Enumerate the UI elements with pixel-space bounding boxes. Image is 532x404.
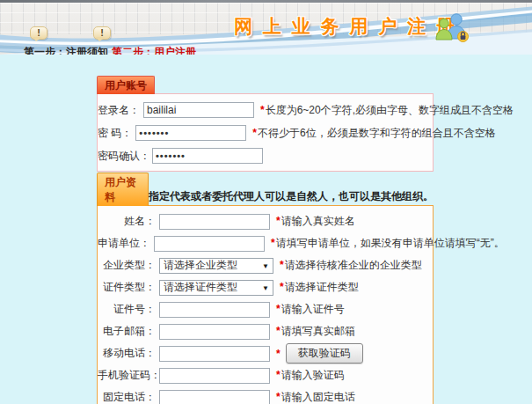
- certificate-type-hint: *请选择证件类型: [280, 280, 359, 295]
- required-star: *: [276, 215, 281, 227]
- email-row: 电子邮箱： *请填写真实邮箱: [98, 320, 433, 342]
- step-2-user-registration[interactable]: 第二步：用户注册: [112, 45, 196, 55]
- chevron-down-icon: ▼: [262, 284, 269, 293]
- required-star: *: [276, 325, 281, 337]
- hint-text: 请输入验证码: [281, 369, 345, 381]
- hint-text: 请选择证件类型: [285, 281, 359, 293]
- select-value: 请选择证件类型: [164, 280, 237, 295]
- chevron-down-icon: ▼: [262, 262, 269, 271]
- mobile-phone-row: 移动电话： * 获取验证码: [98, 342, 433, 364]
- landline-input[interactable]: [159, 390, 270, 404]
- get-verification-code-button[interactable]: 获取验证码: [286, 343, 363, 364]
- name-hint: *请输入真实姓名: [276, 214, 355, 229]
- sms-code-hint: *请输入验证码: [276, 368, 345, 383]
- name-input[interactable]: [159, 214, 270, 230]
- required-star: *: [271, 237, 275, 249]
- alert-bubble-icon: !: [93, 26, 111, 40]
- hint-text: 请输入固定电话: [281, 391, 355, 403]
- certificate-number-label: 证件号：: [98, 302, 156, 317]
- hint-text: 请填写真实邮箱: [281, 325, 355, 337]
- mobile-phone-required: *: [276, 348, 281, 360]
- password-row: 密 码： *不得少于6位，必须是数字和字符的组合且不含空格: [98, 121, 433, 144]
- enterprise-type-hint: *请选择待核准企业的企业类型: [280, 258, 422, 273]
- password-confirm-input[interactable]: [152, 148, 263, 164]
- enterprise-type-row: 企业类型： 请选择企业类型 ▼ *请选择待核准企业的企业类型: [98, 254, 433, 276]
- select-value: 请选择企业类型: [164, 258, 237, 273]
- profile-tab-row: 用户资料 指定代表或者委托代理人可以是自然人，也可以是其他组织。: [97, 173, 434, 206]
- step-1-registration-notice[interactable]: 第一步：注册须知: [24, 45, 108, 55]
- user-account-section: 用户账号 登录名： *长度为6~20个字符,必须由字母、数字组成且不含空格 密 …: [97, 76, 434, 172]
- hint-text: 长度为6~20个字符,必须由字母、数字组成且不含空格: [266, 104, 514, 116]
- email-hint: *请填写真实邮箱: [276, 324, 355, 339]
- login-name-input[interactable]: [143, 102, 254, 118]
- landline-label: 固定电话：: [98, 390, 156, 404]
- name-row: 姓名： *请输入真实姓名: [98, 210, 433, 232]
- profile-section-note: 指定代表或者委托代理人可以是自然人，也可以是其他组织。: [149, 189, 434, 206]
- page: 网 上 业 务 用 户 注 册 ! ! 第一步：注册须知 第二步：用户注册 用户…: [0, 0, 532, 404]
- landline-hint: *请输入固定电话: [276, 390, 355, 404]
- tab-user-account: 用户账号: [97, 76, 155, 94]
- required-star: *: [276, 369, 281, 381]
- password-confirm-label: 密码确认：: [98, 149, 149, 164]
- hint-text: 不得少于6位，必须是数字和字符的组合且不含空格: [258, 127, 496, 139]
- required-star: *: [276, 303, 281, 315]
- user-profile-panel: 姓名： *请输入真实姓名 申请单位： *请填写申请单位，如果没有申请单位请填写“…: [97, 205, 434, 404]
- password-input[interactable]: [135, 125, 246, 141]
- required-star: *: [280, 281, 284, 293]
- email-input[interactable]: [159, 324, 270, 340]
- required-star: *: [280, 259, 284, 271]
- alert-bubble-icon: !: [30, 26, 47, 40]
- required-star: *: [252, 127, 257, 139]
- password-label: 密 码：: [98, 126, 132, 141]
- certificate-type-row: 证件类型： 请选择证件类型 ▼ *请选择证件类型: [98, 276, 433, 298]
- mobile-phone-input[interactable]: [159, 346, 270, 362]
- required-star: *: [276, 348, 281, 360]
- certificate-type-select[interactable]: 请选择证件类型 ▼: [159, 280, 273, 296]
- user-profile-section: 用户资料 指定代表或者委托代理人可以是自然人，也可以是其他组织。 姓名： *请输…: [97, 173, 434, 404]
- certificate-number-row: 证件号： *请输入证件号: [98, 298, 433, 320]
- users-icon: [433, 11, 470, 43]
- certificate-type-label: 证件类型：: [98, 280, 156, 295]
- hint-text: 请输入证件号: [281, 303, 345, 315]
- hint-text: 请选择待核准企业的企业类型: [285, 259, 422, 271]
- email-label: 电子邮箱：: [98, 324, 156, 339]
- hint-text: 请填写申请单位，如果没有申请单位请填写“无”。: [276, 237, 505, 249]
- required-star: *: [260, 104, 265, 116]
- required-star: *: [276, 391, 281, 403]
- sms-code-label: 手机验证码：: [98, 368, 156, 383]
- certificate-number-input[interactable]: [159, 302, 270, 318]
- password-hint: *不得少于6位，必须是数字和字符的组合且不含空格: [252, 126, 495, 141]
- lock-badge-icon: [458, 32, 469, 42]
- header: 网 上 业 务 用 户 注 册 ! ! 第一步：注册须知 第二步：用户注册: [0, 3, 532, 55]
- mobile-phone-label: 移动电话：: [98, 346, 156, 361]
- apply-unit-row: 申请单位： *请填写申请单位，如果没有申请单位请填写“无”。: [98, 232, 433, 254]
- page-title: 网 上 业 务 用 户 注 册: [234, 14, 457, 39]
- certificate-number-hint: *请输入证件号: [276, 302, 345, 317]
- password-confirm-row: 密码确认：: [98, 144, 433, 167]
- apply-unit-label: 申请单位：: [98, 236, 150, 251]
- login-name-row: 登录名： *长度为6~20个字符,必须由字母、数字组成且不含空格: [98, 99, 433, 121]
- landline-row: 固定电话： *请输入固定电话: [98, 386, 433, 404]
- enterprise-type-select[interactable]: 请选择企业类型 ▼: [159, 258, 273, 274]
- sms-code-row: 手机验证码： *请输入验证码: [98, 364, 433, 386]
- user-account-panel: 登录名： *长度为6~20个字符,必须由字母、数字组成且不含空格 密 码： *不…: [97, 93, 434, 172]
- login-name-hint: *长度为6~20个字符,必须由字母、数字组成且不含空格: [260, 103, 514, 118]
- apply-unit-input[interactable]: [154, 236, 265, 252]
- sms-code-input[interactable]: [159, 368, 270, 384]
- login-name-label: 登录名：: [98, 103, 140, 118]
- apply-unit-hint: *请填写申请单位，如果没有申请单位请填写“无”。: [271, 236, 505, 251]
- name-label: 姓名：: [98, 214, 156, 229]
- hint-text: 请输入真实姓名: [281, 215, 355, 227]
- tab-user-profile: 用户资料: [97, 173, 149, 206]
- enterprise-type-label: 企业类型：: [98, 258, 156, 273]
